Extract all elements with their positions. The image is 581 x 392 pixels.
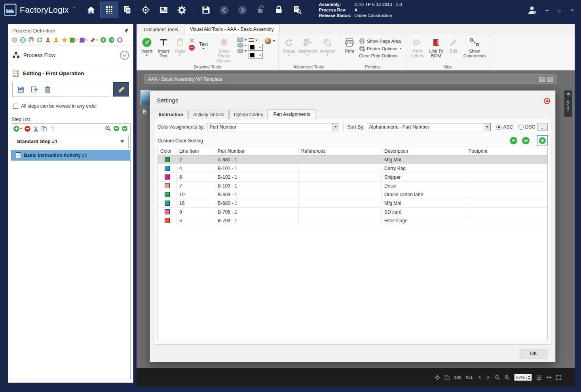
show-shape-options-button[interactable]: Show Shape Options bbox=[211, 36, 237, 63]
copy-icon[interactable] bbox=[41, 126, 47, 132]
print-labels-button[interactable]: Print Labels bbox=[408, 36, 427, 58]
insert-text-button[interactable]: Insert Text bbox=[155, 36, 172, 58]
operator-icon[interactable] bbox=[45, 37, 51, 43]
resume-icon[interactable] bbox=[108, 37, 115, 43]
show-connectors-button[interactable]: Show Connectors bbox=[461, 36, 488, 58]
table-row[interactable]: 2 A-680 - 1 Mfg Mnl bbox=[158, 155, 547, 164]
printer-options-button[interactable]: Printer Options bbox=[359, 46, 402, 51]
maximize-button[interactable]: □ bbox=[556, 7, 563, 13]
clear-print-options-button[interactable]: Clear Print Options bbox=[359, 53, 402, 58]
process-flow-header[interactable]: Process Flow bbox=[8, 46, 133, 64]
tab-part-assignments[interactable]: Part Assignments bbox=[268, 109, 315, 119]
layers-tab[interactable]: Layers bbox=[564, 90, 572, 117]
zoom-100-button[interactable]: 100 bbox=[454, 375, 461, 380]
web-icon[interactable] bbox=[20, 37, 26, 43]
tab-document-tools[interactable]: Document Tools bbox=[139, 25, 183, 34]
back-icon[interactable] bbox=[215, 2, 234, 18]
ellipse-shape-button[interactable] bbox=[237, 43, 247, 47]
table-row[interactable]: 16 B-680 - 1 Mfg Mnl bbox=[158, 199, 547, 208]
more-options-button[interactable]: ... bbox=[537, 123, 548, 131]
tools-green-icon[interactable] bbox=[70, 38, 78, 43]
text-button[interactable]: Text bbox=[196, 36, 211, 49]
zoom-out-icon[interactable] bbox=[494, 375, 500, 380]
rounded-shape-button[interactable] bbox=[237, 49, 247, 53]
release-review-icon[interactable] bbox=[288, 2, 306, 18]
pin-tool-icon[interactable] bbox=[89, 37, 98, 43]
show-page-area-button[interactable]: Show Page Area bbox=[359, 38, 402, 44]
paste-dropdown-icon[interactable] bbox=[179, 55, 181, 56]
minimize-button[interactable]: – bbox=[544, 7, 550, 13]
print-icon[interactable] bbox=[28, 37, 34, 43]
navigator-icon[interactable] bbox=[137, 2, 155, 18]
expand-icon[interactable] bbox=[556, 375, 561, 380]
close-button[interactable]: × bbox=[569, 7, 575, 13]
zoom-step-icon[interactable] bbox=[105, 125, 111, 132]
remove-button[interactable] bbox=[189, 45, 195, 51]
lock-icon[interactable] bbox=[270, 2, 288, 18]
insert-dropdown-icon[interactable] bbox=[146, 55, 148, 56]
delete-operation-button[interactable] bbox=[42, 83, 53, 95]
step-expand-chevron-icon[interactable] bbox=[120, 140, 124, 143]
crosshair-icon[interactable] bbox=[435, 375, 440, 380]
cut-icon[interactable] bbox=[33, 126, 39, 132]
add-part-button[interactable] bbox=[537, 135, 548, 146]
ok-button[interactable]: OK bbox=[520, 349, 547, 358]
col-part-number[interactable]: Part Number bbox=[215, 147, 299, 155]
color-sphere-button[interactable] bbox=[264, 38, 275, 45]
zoom-all-button[interactable]: ALL bbox=[465, 375, 473, 380]
col-description[interactable]: Description bbox=[382, 147, 466, 155]
pages-icon[interactable] bbox=[444, 375, 450, 380]
remove-step-icon[interactable] bbox=[25, 126, 30, 132]
collapse-chevron-icon[interactable] bbox=[120, 51, 129, 60]
fit-width-icon[interactable] bbox=[546, 375, 552, 380]
zoom-spinner[interactable] bbox=[526, 375, 532, 380]
table-row[interactable]: 4 B-101 - 1 Carry Bag bbox=[158, 164, 547, 173]
tab-activity-details[interactable]: Activity Details bbox=[188, 110, 229, 119]
activity-item-selected[interactable]: Basic Instruction Activity #1 bbox=[11, 150, 130, 161]
dsc-radio-dot[interactable] bbox=[518, 125, 524, 130]
col-color[interactable]: Color bbox=[158, 147, 177, 155]
process-definition-icon[interactable] bbox=[100, 2, 118, 18]
link-to-bom-button[interactable]: Link To BOM bbox=[427, 36, 446, 58]
document-titlebar[interactable]: AAA - Basic Assembly WI Template bbox=[144, 74, 556, 84]
tab-visual-aid-tools[interactable]: Visual Aid Tools - AAA - Basic Assembly bbox=[184, 24, 280, 34]
import-operation-button[interactable] bbox=[28, 83, 40, 95]
table-row[interactable]: 5 B-709 - 1 Filter Cage bbox=[158, 216, 547, 225]
print-button[interactable]: Print bbox=[342, 36, 357, 53]
move-step-up-icon[interactable] bbox=[113, 125, 120, 132]
add-step-icon[interactable] bbox=[13, 126, 22, 132]
forward-icon[interactable] bbox=[234, 2, 252, 18]
table-row[interactable]: 10 B-409 - 1 Oracle carton labe bbox=[158, 190, 547, 199]
tab-instruction[interactable]: Instruction bbox=[154, 110, 188, 119]
alignment-button[interactable]: Alignment bbox=[297, 36, 319, 56]
settings-gear-icon[interactable] bbox=[173, 2, 191, 18]
nav-back-icon[interactable] bbox=[11, 37, 18, 43]
status-ring-icon[interactable] bbox=[117, 37, 123, 43]
fill-color-select[interactable] bbox=[249, 52, 263, 59]
save-icon[interactable] bbox=[197, 2, 215, 18]
sort-by-select[interactable]: Alphanumeric - Part Number bbox=[367, 123, 491, 131]
pin-icon[interactable] bbox=[123, 28, 129, 33]
logout-user-icon[interactable] bbox=[527, 5, 537, 15]
documents-icon[interactable] bbox=[118, 2, 137, 18]
save-operation-button[interactable] bbox=[15, 83, 27, 95]
col-footprint[interactable]: Footprint bbox=[466, 147, 547, 155]
favorites-icon[interactable] bbox=[61, 37, 68, 43]
edit-button[interactable]: Edit bbox=[446, 36, 461, 53]
table-row[interactable]: 9 B-705 - 1 SD card bbox=[158, 208, 547, 216]
move-down-button[interactable] bbox=[522, 136, 530, 145]
home-icon[interactable] bbox=[82, 2, 100, 18]
zoom-level-stepper[interactable]: 62% bbox=[514, 374, 532, 381]
doc-maximize-icon[interactable] bbox=[547, 77, 553, 82]
step-item[interactable]: Standard Step #1 bbox=[13, 135, 129, 148]
sync-icon[interactable] bbox=[36, 37, 43, 43]
col-references[interactable]: References bbox=[299, 147, 382, 155]
color-assignments-select[interactable]: Part Number bbox=[207, 123, 339, 131]
next-view-icon[interactable] bbox=[486, 375, 490, 379]
dsc-radio[interactable]: DSC bbox=[518, 124, 535, 130]
prev-view-icon[interactable] bbox=[478, 375, 482, 379]
dialog-close-icon[interactable] bbox=[544, 98, 550, 104]
rectangle-shape-button[interactable] bbox=[237, 38, 247, 42]
text-dropdown-icon[interactable] bbox=[202, 48, 205, 49]
arrange-button[interactable]: Arrange bbox=[319, 36, 336, 56]
